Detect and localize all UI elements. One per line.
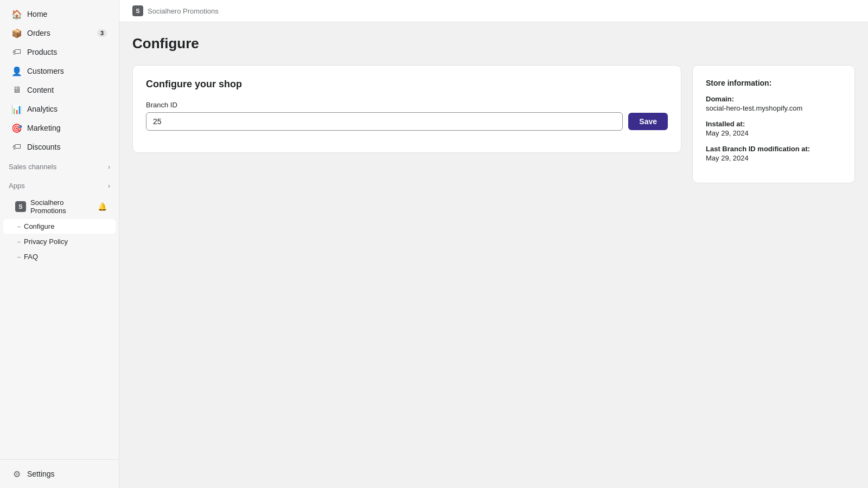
- last-branch-label: Last Branch ID modification at:: [706, 145, 841, 153]
- discounts-icon: 🏷: [12, 142, 22, 152]
- nav-item-home[interactable]: 🏠 Home: [3, 5, 116, 23]
- marketing-icon: 🎯: [12, 123, 22, 133]
- home-icon: 🏠: [12, 9, 22, 19]
- sidebar: 🏠 Home 📦 Orders 3 🏷 Products 👤 Customers…: [0, 0, 119, 488]
- sub-item-label-configure: Configure: [24, 222, 54, 230]
- card-heading: Configure your shop: [146, 79, 668, 90]
- nav-label-analytics: Analytics: [27, 105, 58, 113]
- bell-icon[interactable]: 🔔: [98, 202, 107, 211]
- apps-section[interactable]: Apps ›: [0, 177, 119, 194]
- configure-card: Configure your shop Branch ID Save: [132, 65, 681, 153]
- sales-channels-label: Sales channels: [9, 163, 56, 171]
- settings-label: Settings: [27, 470, 55, 478]
- nav-item-marketing[interactable]: 🎯 Marketing: [3, 119, 116, 137]
- nav-item-orders[interactable]: 📦 Orders 3: [3, 24, 116, 42]
- store-info-heading: Store information:: [706, 79, 841, 87]
- content-icon: 🖥: [12, 85, 22, 95]
- apps-chevron-icon: ›: [108, 182, 110, 190]
- apps-label: Apps: [9, 182, 25, 190]
- nav-label-discounts: Discounts: [27, 143, 60, 151]
- nav-label-orders: Orders: [27, 29, 50, 37]
- tree-line: [17, 257, 21, 258]
- sub-item-privacy-policy[interactable]: Privacy Policy: [3, 234, 116, 249]
- content-row: Configure your shop Branch ID Save Store…: [132, 65, 855, 183]
- orders-icon: 📦: [12, 28, 22, 38]
- save-button[interactable]: Save: [628, 113, 668, 130]
- branch-id-label: Branch ID: [146, 101, 668, 109]
- sub-item-label-faq: FAQ: [24, 253, 38, 261]
- input-row: Save: [146, 112, 668, 131]
- domain-value: social-hero-test.myshopify.com: [706, 104, 841, 112]
- nav-item-discounts[interactable]: 🏷 Discounts: [3, 138, 116, 156]
- settings-nav-item[interactable]: ⚙ Settings: [3, 465, 116, 483]
- page-title: Configure: [132, 35, 855, 52]
- badge-orders: 3: [97, 29, 107, 37]
- sales-channels-section[interactable]: Sales channels ›: [0, 158, 119, 175]
- sales-channels-chevron-icon: ›: [108, 163, 110, 171]
- app-name-label: Socialhero Promotions: [30, 198, 93, 215]
- nav-label-customers: Customers: [27, 67, 64, 75]
- socialhero-promotions-nav-item[interactable]: S Socialhero Promotions 🔔: [3, 195, 116, 219]
- nav-item-content[interactable]: 🖥 Content: [3, 81, 116, 99]
- tree-line: [17, 227, 21, 227]
- products-icon: 🏷: [12, 47, 22, 57]
- sub-item-label-privacy-policy: Privacy Policy: [24, 237, 68, 246]
- nav-label-marketing: Marketing: [27, 124, 60, 132]
- breadcrumb-app-icon: S: [132, 5, 143, 16]
- breadcrumb-app-name: Socialhero Promotions: [148, 7, 219, 15]
- breadcrumb: S Socialhero Promotions: [119, 0, 868, 22]
- nav-item-analytics[interactable]: 📊 Analytics: [3, 100, 116, 118]
- installed-at-value: May 29, 2024: [706, 129, 841, 137]
- branch-id-input[interactable]: [146, 112, 623, 131]
- customers-icon: 👤: [12, 66, 22, 76]
- app-icon: S: [15, 201, 26, 212]
- sub-item-faq[interactable]: FAQ: [3, 249, 116, 264]
- page-body: Configure Configure your shop Branch ID …: [119, 22, 868, 488]
- store-info-card: Store information: Domain: social-hero-t…: [692, 65, 855, 183]
- nav-label-content: Content: [27, 86, 54, 94]
- main-nav: 🏠 Home 📦 Orders 3 🏷 Products 👤 Customers…: [0, 0, 119, 459]
- nav-label-products: Products: [27, 48, 57, 56]
- sub-item-configure[interactable]: Configure: [3, 219, 116, 234]
- domain-label: Domain:: [706, 95, 841, 103]
- last-branch-value: May 29, 2024: [706, 154, 841, 162]
- nav-item-customers[interactable]: 👤 Customers: [3, 62, 116, 80]
- settings-icon: ⚙: [12, 469, 22, 479]
- nav-label-home: Home: [27, 10, 47, 18]
- tree-line: [17, 242, 21, 242]
- branch-id-group: Branch ID Save: [146, 101, 668, 131]
- sidebar-footer: ⚙ Settings: [0, 459, 119, 488]
- analytics-icon: 📊: [12, 104, 22, 114]
- nav-item-products[interactable]: 🏷 Products: [3, 43, 116, 61]
- main-content: S Socialhero Promotions Configure Config…: [119, 0, 868, 488]
- installed-at-label: Installed at:: [706, 120, 841, 128]
